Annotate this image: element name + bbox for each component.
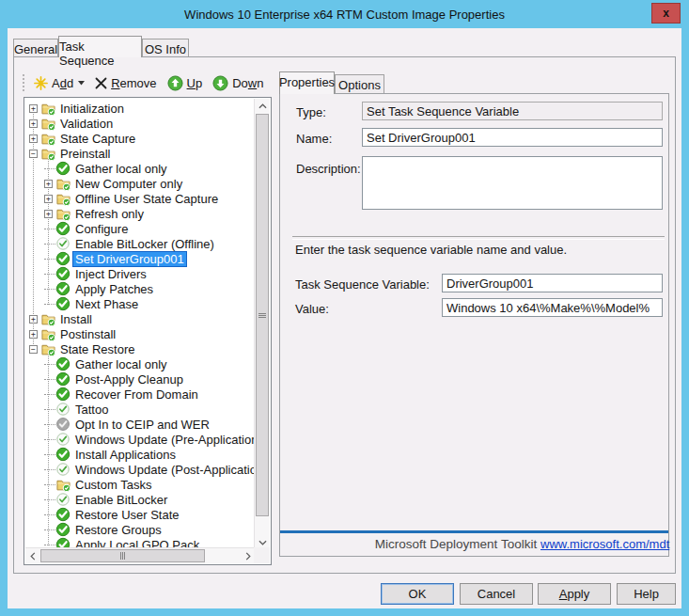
tree-toolbar: Add Remove Up Down <box>23 72 274 93</box>
tree-vertical-scrollbar[interactable] <box>254 99 270 549</box>
folder-check-icon <box>55 191 70 206</box>
expand-icon[interactable]: + <box>44 210 53 218</box>
tree-item-label: Tattoo <box>73 403 110 417</box>
name-field[interactable] <box>362 128 663 147</box>
tree-item[interactable]: +Install <box>25 311 255 326</box>
down-button[interactable]: Down <box>212 75 263 91</box>
horizontal-scroll-thumb[interactable] <box>40 549 205 562</box>
value-field[interactable] <box>442 298 663 317</box>
tree-item[interactable]: Custom Tasks <box>25 477 255 492</box>
mdt-brand-line <box>280 530 668 533</box>
tree-item[interactable]: −Preinstall <box>25 146 255 161</box>
tree-item[interactable]: −State Restore <box>25 341 255 356</box>
tree-connector <box>44 439 55 441</box>
tree-item[interactable]: Gather local only <box>25 161 255 176</box>
mdt-link[interactable]: www.microsoft.com/mdt <box>540 537 665 551</box>
folder-check-icon <box>55 206 70 221</box>
add-button[interactable]: Add <box>34 76 85 90</box>
tree-item[interactable]: Restore User State <box>25 507 255 522</box>
scroll-right-icon[interactable] <box>241 548 255 564</box>
expand-icon[interactable]: + <box>29 134 38 143</box>
remove-x-icon <box>95 77 107 89</box>
tree-item[interactable]: +State Capture <box>25 131 255 146</box>
tree-item[interactable]: Recover From Domain <box>25 387 255 402</box>
scrollbar-corner <box>254 547 270 563</box>
check-green-icon <box>55 387 70 402</box>
tree-item[interactable]: Inject Drivers <box>25 266 255 281</box>
description-field[interactable] <box>362 156 663 210</box>
toolbar-grip <box>23 74 27 91</box>
tab-options[interactable]: Options <box>335 74 384 93</box>
scroll-left-icon[interactable] <box>25 548 39 564</box>
collapse-icon[interactable]: − <box>29 150 38 158</box>
tree-item[interactable]: Set DriverGroup001 <box>25 251 255 266</box>
tree-item[interactable]: Windows Update (Post-Application Ins <box>25 462 255 477</box>
tree-item-label: State Restore <box>58 342 137 356</box>
ok-button[interactable]: OK <box>381 583 454 605</box>
tab-properties[interactable]: Properties <box>279 71 335 94</box>
add-dropdown-icon[interactable] <box>78 81 85 86</box>
folder-check-icon <box>40 326 55 341</box>
description-label: Description: <box>296 162 361 176</box>
expand-icon[interactable]: + <box>44 180 53 188</box>
tree-item-label: Opt In to CEIP and WER <box>73 418 211 432</box>
tree-item[interactable]: Enable BitLocker <box>25 492 255 507</box>
tree-item[interactable]: +Offline User State Capture <box>25 191 255 206</box>
tree-connector <box>44 229 55 230</box>
tree-item[interactable]: Apply Patches <box>25 281 255 296</box>
tree-item[interactable]: +Postinstall <box>25 326 255 341</box>
up-button[interactable]: Up <box>167 75 203 91</box>
tree-item[interactable]: Tattoo <box>25 402 255 417</box>
tree-connector <box>44 469 55 471</box>
variable-field[interactable] <box>442 274 663 292</box>
expand-icon[interactable]: + <box>44 195 53 203</box>
tree-item[interactable]: Configure <box>25 221 255 236</box>
help-button[interactable]: Help <box>617 583 676 605</box>
task-tree: +Initialization+Validation+State Capture… <box>23 97 272 565</box>
tree-horizontal-scrollbar[interactable] <box>25 547 255 563</box>
apply-button[interactable]: Apply <box>538 583 611 605</box>
tree-item[interactable]: Post-Apply Cleanup <box>25 371 255 387</box>
check-light-icon <box>55 402 70 417</box>
tree-connector <box>44 364 55 366</box>
vertical-scroll-thumb[interactable] <box>256 114 269 516</box>
scroll-up-icon[interactable] <box>255 99 271 113</box>
tree-item[interactable]: +Validation <box>25 116 255 131</box>
tree-connector <box>44 409 55 411</box>
tree-item[interactable]: +Refresh only <box>25 206 255 221</box>
add-star-icon <box>34 76 48 90</box>
tree-item[interactable]: Next Phase <box>25 296 255 311</box>
tree-item-label: Recover From Domain <box>73 387 200 402</box>
tab-general[interactable]: General <box>13 39 58 56</box>
tree-item[interactable]: +Initialization <box>25 101 255 116</box>
expand-icon[interactable]: + <box>29 330 38 339</box>
down-circle-icon <box>212 75 228 91</box>
tree-item[interactable]: Windows Update (Pre-Application Inst <box>25 432 255 447</box>
tree-item[interactable]: Opt In to CEIP and WER <box>25 417 255 432</box>
tree-item-label: Configure <box>73 222 130 236</box>
folder-check-icon <box>55 477 70 492</box>
close-icon: x <box>663 7 669 20</box>
expand-icon[interactable]: + <box>29 119 38 128</box>
close-button[interactable]: x <box>651 3 681 24</box>
cancel-button[interactable]: Cancel <box>460 583 533 605</box>
tree-item[interactable]: Gather local only <box>25 356 255 371</box>
tree-rows: +Initialization+Validation+State Capture… <box>25 99 255 549</box>
folder-check-icon <box>40 341 55 356</box>
tree-item[interactable]: +New Computer only <box>25 176 255 191</box>
tree-item[interactable]: Enable BitLocker (Offline) <box>25 236 255 251</box>
collapse-icon[interactable]: − <box>29 345 38 354</box>
tree-item-label: Restore User State <box>73 508 181 522</box>
tree-item-label: Gather local only <box>73 357 169 371</box>
tree-item[interactable]: Install Applications <box>25 447 255 462</box>
titlebar[interactable]: Windows 10 Enterprise x64 RTM Custom Ima… <box>0 0 689 28</box>
folder-check-icon <box>40 101 55 116</box>
tree-item[interactable]: Restore Groups <box>25 522 255 537</box>
remove-button[interactable]: Remove <box>95 76 156 90</box>
tab-os-info[interactable]: OS Info <box>142 39 189 56</box>
check-green-icon <box>55 281 70 296</box>
expand-icon[interactable]: + <box>29 104 38 113</box>
expand-icon[interactable]: + <box>29 315 38 324</box>
tab-task-sequence[interactable]: Task Sequence <box>58 36 142 57</box>
tree-connector <box>44 274 55 276</box>
